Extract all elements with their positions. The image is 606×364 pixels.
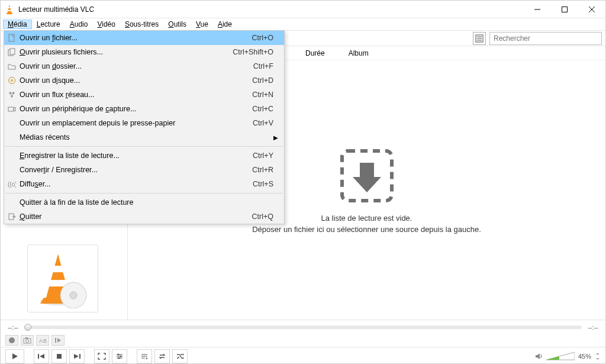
svg-marker-30 — [40, 354, 44, 359]
menu-item-label: Ouvrir un périphérique de capture... — [20, 105, 252, 113]
menu-outils[interactable]: Outils — [163, 20, 191, 29]
menu-vidéo[interactable]: Vidéo — [92, 20, 120, 29]
extended-settings-button[interactable] — [112, 349, 127, 363]
maximize-button[interactable] — [551, 1, 578, 18]
svg-marker-28 — [12, 353, 18, 359]
menu-shortcut: Ctrl+Q — [252, 212, 273, 221]
svg-point-37 — [118, 353, 120, 355]
menu-shortcut: Ctrl+F — [253, 62, 273, 70]
menu-vue[interactable]: Vue — [191, 20, 213, 29]
menu-item[interactable]: Enregistrer la liste de lecture...Ctrl+Y — [4, 149, 284, 163]
svg-line-60 — [10, 93, 12, 96]
menu-shortcut: Ctrl+N — [252, 91, 273, 99]
column-album[interactable]: Album — [349, 49, 369, 57]
playlist-view-button[interactable] — [473, 32, 486, 45]
search-input[interactable] — [489, 32, 602, 45]
main-controls: 45% — [1, 347, 605, 364]
volume-label: 45% — [578, 353, 591, 360]
menu-item-label: Ouvrir un emplacement depuis le presse-p… — [20, 119, 253, 127]
menu-audio[interactable]: Audio — [65, 20, 93, 29]
svg-rect-29 — [38, 354, 39, 359]
menu-sous-titres[interactable]: Sous-titres — [120, 20, 163, 29]
menu-item[interactable]: Ouvrir un flux réseau...Ctrl+N — [4, 88, 284, 102]
volume-expand-icon[interactable] — [595, 352, 601, 360]
menu-item-label: Ouvrir un fichier... — [20, 34, 252, 42]
drop-arrow-icon — [337, 146, 397, 205]
capture-icon — [4, 105, 20, 113]
fullscreen-button[interactable] — [94, 349, 109, 363]
svg-rect-14 — [51, 266, 65, 272]
svg-point-39 — [118, 357, 120, 359]
close-button[interactable] — [578, 1, 605, 18]
svg-marker-46 — [536, 353, 540, 359]
menu-item-label: Quitter — [20, 212, 252, 221]
quit-icon — [4, 212, 20, 221]
speaker-icon[interactable] — [534, 352, 543, 360]
menu-item[interactable]: Ouvrir un périphérique de capture...Ctrl… — [4, 102, 284, 116]
folder-icon — [4, 62, 20, 70]
files-icon — [4, 48, 20, 56]
menu-item[interactable]: Ouvrir un disque...Ctrl+D — [4, 73, 284, 88]
record-button[interactable] — [5, 335, 18, 346]
svg-line-61 — [12, 93, 14, 96]
menu-item[interactable]: Quitter à la fin de la liste de lecture — [4, 195, 284, 210]
menu-item-label: Enregistrer la liste de lecture... — [20, 152, 253, 160]
prev-button[interactable] — [34, 349, 49, 363]
time-total: --:-- — [588, 324, 598, 331]
menu-item[interactable]: Ouvrir plusieurs fichiers...Ctrl+Shift+O — [4, 45, 284, 59]
menu-item[interactable]: Ouvrir un dossier...Ctrl+F — [4, 59, 284, 73]
seek-knob[interactable] — [24, 324, 31, 331]
loop-button[interactable] — [154, 349, 170, 363]
svg-marker-27 — [57, 338, 61, 343]
svg-marker-50 — [596, 358, 599, 360]
menu-shortcut: Ctrl+Y — [253, 152, 273, 160]
menu-lecture[interactable]: Lecture — [32, 20, 65, 29]
album-art-placeholder — [27, 244, 98, 313]
menu-item[interactable]: Médias récents▶ — [4, 130, 284, 144]
svg-rect-31 — [57, 354, 62, 359]
menu-shortcut: Ctrl+V — [253, 119, 273, 127]
svg-marker-44 — [183, 353, 184, 355]
svg-text:A: A — [39, 338, 43, 344]
stop-button[interactable] — [51, 349, 67, 363]
shuffle-button[interactable] — [172, 349, 188, 363]
svg-rect-33 — [79, 354, 80, 359]
menu-aide[interactable]: Aide — [213, 20, 237, 29]
menubar: MédiaLectureAudioVidéoSous-titresOutilsV… — [1, 18, 605, 30]
svg-rect-1 — [7, 13, 12, 14]
menu-item-label: Médias récents — [20, 133, 273, 141]
snapshot-button[interactable] — [21, 335, 34, 346]
menu-item[interactable]: Ouvrir un emplacement depuis le presse-p… — [4, 116, 284, 130]
menu-shortcut: Ctrl+R — [252, 166, 273, 174]
minimize-button[interactable] — [524, 1, 551, 18]
seek-bar: --:-- --:-- — [1, 320, 605, 334]
menu-item[interactable]: Convertir / Enregistrer...Ctrl+R — [4, 163, 284, 177]
playlist-button[interactable] — [137, 349, 152, 363]
svg-rect-53 — [10, 49, 15, 54]
volume-control: 45% — [534, 352, 601, 361]
menu-item-label: Ouvrir plusieurs fichiers... — [20, 48, 233, 56]
frame-step-button[interactable] — [51, 335, 65, 346]
menu-média[interactable]: Média — [3, 20, 32, 29]
menu-separator — [5, 146, 283, 147]
svg-marker-32 — [74, 354, 79, 359]
volume-slider[interactable] — [546, 352, 575, 361]
titlebar: Lecteur multimédia VLC — [1, 1, 605, 18]
next-button[interactable] — [69, 349, 85, 363]
empty-text-2: Déposer un fichier ici ou sélectionner u… — [252, 225, 481, 234]
extra-controls: AB — [1, 334, 605, 347]
menu-item-label: Ouvrir un dossier... — [20, 62, 253, 70]
svg-rect-62 — [8, 107, 14, 111]
play-button[interactable] — [5, 349, 24, 363]
empty-text-1: La liste de lecture est vide. — [321, 214, 412, 223]
menu-item[interactable]: QuitterCtrl+Q — [4, 210, 284, 224]
menu-item[interactable]: ((o))Diffuser...Ctrl+S — [4, 177, 284, 191]
menu-shortcut: Ctrl+O — [252, 34, 273, 42]
seek-track[interactable] — [24, 326, 582, 329]
column-duration[interactable]: Durée — [305, 49, 325, 57]
svg-text:((o)): ((o)) — [8, 181, 16, 188]
svg-point-22 — [26, 340, 29, 343]
loop-ab-button[interactable]: AB — [36, 335, 49, 346]
menu-shortcut: Ctrl+D — [252, 76, 273, 85]
menu-item[interactable]: Ouvrir un fichier...Ctrl+O — [4, 31, 284, 45]
